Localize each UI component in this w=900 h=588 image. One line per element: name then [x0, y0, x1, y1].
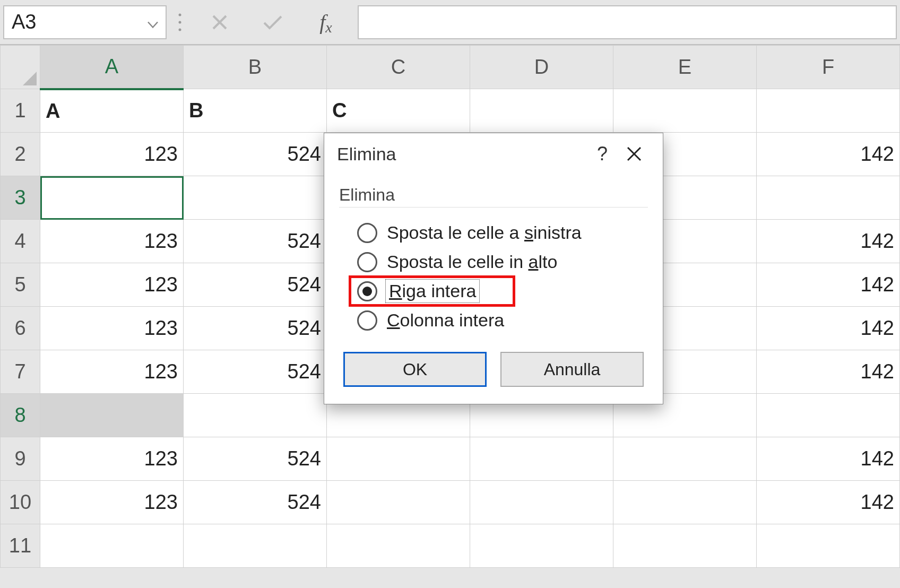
cell[interactable]: 123 [40, 437, 184, 481]
column-header-f[interactable]: F [757, 46, 900, 89]
insert-function-button[interactable]: fx [299, 5, 352, 39]
select-all-corner[interactable] [1, 46, 40, 89]
formula-bar: A3 fx [0, 0, 900, 45]
cell[interactable] [327, 481, 470, 524]
radio-label: Colonna intera [387, 310, 504, 331]
cell[interactable]: 123 [40, 481, 184, 524]
column-header-a[interactable]: A [40, 46, 184, 89]
check-icon [262, 13, 283, 31]
radio-label: Sposta le celle a sinistra [387, 222, 582, 243]
cell[interactable]: 123 [40, 263, 184, 307]
cell[interactable]: 142 [757, 307, 900, 350]
dialog-title: Elimina [337, 144, 396, 165]
radio-label: Riga intera [387, 281, 478, 301]
cell[interactable]: 142 [757, 263, 900, 307]
cell[interactable] [470, 524, 613, 568]
cell[interactable] [613, 437, 757, 481]
formula-bar-separator [167, 5, 193, 39]
cell[interactable]: 524 [184, 481, 327, 524]
column-header-e[interactable]: E [613, 46, 757, 89]
cell[interactable]: 142 [757, 481, 900, 524]
confirm-formula-button[interactable] [246, 5, 299, 39]
radio-icon [357, 223, 377, 243]
cell[interactable] [184, 394, 327, 437]
dialog-close-button[interactable] [618, 138, 650, 170]
svg-point-2 [179, 28, 181, 31]
cell[interactable] [470, 481, 613, 524]
cell[interactable]: 123 [40, 133, 184, 176]
cancel-button[interactable]: Annulla [500, 352, 644, 387]
row-header[interactable]: 11 [1, 524, 40, 568]
cell[interactable]: 524 [184, 263, 327, 307]
cell[interactable]: 123 [40, 350, 184, 394]
row-header[interactable]: 3 [1, 176, 40, 220]
radio-icon [357, 281, 377, 301]
row-header[interactable]: 4 [1, 220, 40, 263]
cell[interactable]: 142 [757, 133, 900, 176]
row-header[interactable]: 2 [1, 133, 40, 176]
radio-shift-cells-up[interactable]: Sposta le celle in alto [339, 247, 648, 276]
delete-dialog: Elimina ? Elimina Sposta le celle a sini… [324, 133, 663, 404]
dialog-titlebar: Elimina ? [324, 133, 663, 175]
ok-button[interactable]: OK [343, 352, 487, 387]
cell[interactable] [757, 176, 900, 220]
cell[interactable] [757, 394, 900, 437]
cell[interactable]: 123 [40, 307, 184, 350]
cell[interactable]: 524 [184, 437, 327, 481]
row-header[interactable]: 7 [1, 350, 40, 394]
cell[interactable] [327, 524, 470, 568]
column-header-c[interactable]: C [327, 46, 470, 89]
help-icon: ? [597, 143, 608, 165]
cell[interactable] [40, 176, 184, 220]
dialog-group-label: Elimina [339, 180, 648, 207]
cell[interactable] [757, 524, 900, 568]
name-box-value: A3 [12, 11, 36, 33]
cell[interactable]: 142 [757, 350, 900, 394]
column-header-b[interactable]: B [184, 46, 327, 89]
row-header[interactable]: 6 [1, 307, 40, 350]
cell[interactable] [40, 524, 184, 568]
svg-point-1 [179, 21, 181, 23]
cell[interactable]: 123 [40, 220, 184, 263]
cell[interactable] [470, 89, 613, 133]
cell[interactable] [613, 524, 757, 568]
cell[interactable] [757, 89, 900, 133]
cell[interactable]: B [184, 89, 327, 133]
cancel-formula-button[interactable] [193, 5, 246, 39]
cell[interactable] [470, 437, 613, 481]
radio-icon [357, 310, 377, 331]
cell[interactable] [613, 89, 757, 133]
row-header[interactable]: 5 [1, 263, 40, 307]
row-header[interactable]: 8 [1, 394, 40, 437]
radio-shift-cells-left[interactable]: Sposta le celle a sinistra [339, 218, 648, 247]
cell[interactable]: 524 [184, 220, 327, 263]
fx-icon: fx [319, 10, 332, 34]
cell[interactable]: 524 [184, 350, 327, 394]
row-header[interactable]: 9 [1, 437, 40, 481]
cell[interactable]: 142 [757, 220, 900, 263]
name-box[interactable]: A3 [3, 5, 167, 39]
svg-point-0 [179, 13, 181, 16]
cell[interactable]: 142 [757, 437, 900, 481]
cell[interactable]: 524 [184, 133, 327, 176]
cell[interactable]: A [40, 89, 184, 133]
cell[interactable] [327, 437, 470, 481]
column-header-d[interactable]: D [470, 46, 613, 89]
cell[interactable] [40, 394, 184, 437]
cell[interactable] [184, 524, 327, 568]
cell[interactable]: 524 [184, 307, 327, 350]
formula-input[interactable] [358, 5, 897, 39]
dialog-help-button[interactable]: ? [586, 138, 618, 170]
radio-label: Sposta le celle in alto [387, 252, 557, 272]
chevron-down-icon[interactable] [148, 11, 158, 33]
radio-icon [357, 252, 377, 272]
x-icon [211, 13, 229, 31]
cell[interactable] [184, 176, 327, 220]
row-header[interactable]: 10 [1, 481, 40, 524]
row-header[interactable]: 1 [1, 89, 40, 133]
cell[interactable]: C [327, 89, 470, 133]
radio-entire-row[interactable]: Riga intera [339, 276, 648, 306]
close-icon [626, 146, 642, 162]
cell[interactable] [613, 481, 757, 524]
radio-entire-column[interactable]: Colonna intera [339, 306, 648, 335]
